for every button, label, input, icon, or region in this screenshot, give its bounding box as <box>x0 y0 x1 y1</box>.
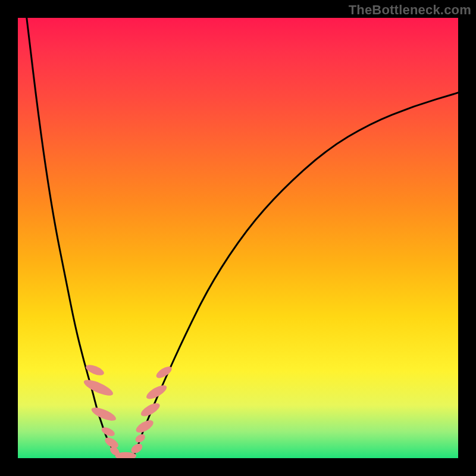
marker-layer <box>82 363 174 458</box>
chart-frame: TheBottleneck.com <box>0 0 476 476</box>
chart-svg <box>18 18 458 458</box>
right-oval-2 <box>134 433 146 444</box>
watermark-text: TheBottleneck.com <box>349 2 471 18</box>
curve-layer <box>27 18 458 458</box>
left-oval-2 <box>82 377 115 399</box>
left-oval-3 <box>90 405 118 424</box>
plot-area <box>18 18 458 458</box>
right-branch-curve <box>132 93 458 458</box>
right-oval-3 <box>134 418 155 435</box>
right-oval-4 <box>139 400 162 419</box>
